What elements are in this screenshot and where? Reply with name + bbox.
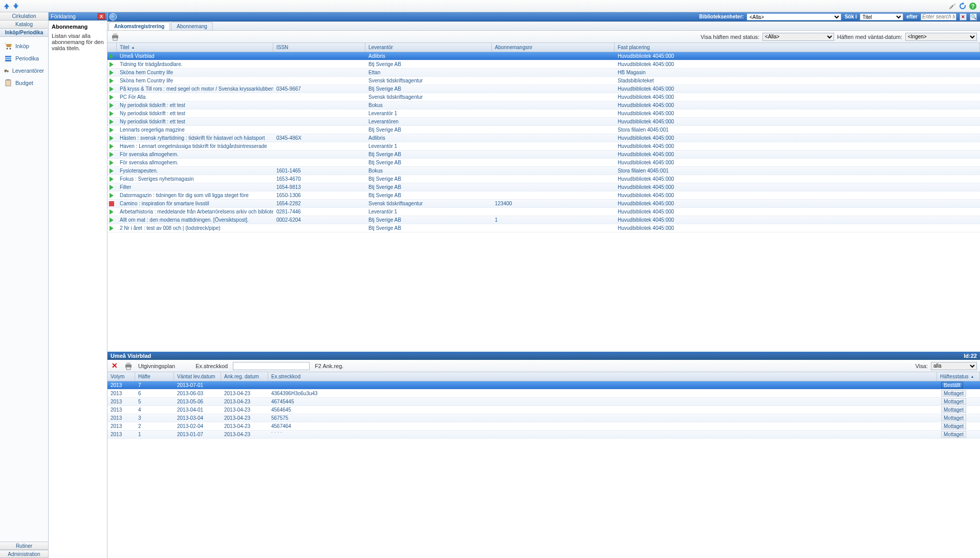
nav-item-label: Inköp — [15, 43, 29, 49]
tab-ankomstregistrering[interactable]: Ankomstregistrering — [108, 22, 170, 30]
nav-section-rutiner[interactable]: Rutiner — [0, 542, 48, 550]
cell-ank: 2013-04-23 — [221, 414, 268, 422]
biblioteksenheter-label: Biblioteksenheter: — [699, 14, 744, 19]
table-row[interactable]: Lennarts oregerliga magzineBtj Sverige A… — [107, 126, 980, 134]
table-row[interactable]: Datormagazin : tidningen för dig som vil… — [107, 191, 980, 200]
utgivningsplan-button[interactable]: Utgivningsplan — [138, 363, 175, 369]
cell-titel: Ny periodisk tidskrift : ett test — [117, 101, 273, 109]
col-hafte[interactable]: Häfte — [135, 372, 174, 381]
cell-issn — [273, 60, 365, 68]
table-row[interactable]: Allt om mat : den moderna mattidningen. … — [107, 216, 980, 224]
cell-ank — [221, 381, 268, 389]
col-titel[interactable]: Titel — [117, 43, 273, 52]
search-button[interactable]: 🔍 — [970, 13, 977, 20]
cell-leverantor: Ettan — [365, 69, 492, 76]
status-icon — [110, 177, 114, 182]
print-icon[interactable] — [111, 32, 120, 41]
col-icon[interactable] — [107, 43, 117, 52]
search-input[interactable] — [921, 13, 956, 20]
tab-abonnemang[interactable]: Abonnemang — [171, 22, 213, 30]
table-row[interactable]: Haven : Lennart oregelmässiga tidskrift … — [107, 142, 980, 151]
table-row[interactable]: 201352013-05-062013-04-2346745445Mottage… — [107, 398, 980, 406]
biblioteksenheter-select[interactable]: <Alla> — [747, 13, 841, 20]
table-row[interactable]: Fokus : Sveriges nyhetsmagasin1653-4670B… — [107, 175, 980, 183]
table-row[interactable]: På kryss & Till rors : med segel och mot… — [107, 85, 980, 93]
col-leverantor[interactable]: Leverantör — [365, 43, 492, 52]
info-icon[interactable] — [110, 13, 117, 20]
sok-i-label: Sök i — [844, 14, 857, 19]
table-row[interactable]: 201372013-07-01Beställt — [107, 381, 980, 390]
cell-issn — [273, 101, 365, 109]
nav-section-administration[interactable]: Administration — [0, 550, 48, 558]
table-row[interactable]: Tidning för trädgårdsodlare.Btj Sverige … — [107, 60, 980, 69]
status-icon — [110, 152, 114, 157]
delete-button[interactable]: ✕ — [111, 362, 119, 370]
close-icon[interactable]: X — [98, 13, 105, 19]
book-stack-icon — [4, 54, 12, 62]
nav-item-inkop[interactable]: Inköp — [2, 40, 46, 52]
col-fast-placering[interactable]: Fast placering — [615, 43, 980, 52]
clear-search-button[interactable]: ✕ — [960, 13, 967, 20]
settings-icon[interactable] — [948, 2, 956, 10]
nav-item-budget[interactable]: Budget — [2, 77, 46, 89]
table-row[interactable]: Umeå VisirbladAdlibrisHuvudbibliotek 404… — [107, 52, 980, 60]
table-row[interactable]: Filter1654-9813Btj Sverige ABHuvudbiblio… — [107, 183, 980, 191]
cell-titel: Fysioterapeuten. — [117, 167, 273, 175]
nav-section-cirkulation[interactable]: Cirkulation — [0, 12, 48, 20]
nav-section-katalog[interactable]: Katalog — [0, 20, 48, 29]
col-volym[interactable]: Volym — [107, 372, 135, 381]
cell-abonnemangsnr — [492, 77, 615, 84]
table-row[interactable]: Sköna hem Country lifeEttanHB Magasin — [107, 69, 980, 77]
table-row[interactable]: Camino : inspiration för smartare livsst… — [107, 200, 980, 208]
col-ank[interactable]: Ank.reg. datum — [221, 372, 268, 381]
table-row[interactable]: Fysioterapeuten.1601-1465BokusStora fili… — [107, 167, 980, 175]
cell-ank: 2013-04-23 — [221, 422, 268, 430]
visa-select[interactable]: alla — [931, 362, 977, 370]
cell-titel: 2 Nr i året : test av 008 och | (lodstre… — [117, 224, 273, 232]
table-row[interactable]: 201332013-03-042013-04-23567575Mottaget — [107, 414, 980, 422]
refresh-icon[interactable] — [959, 2, 967, 10]
table-row[interactable]: 201322013-02-042013-04-234567464Mottaget — [107, 422, 980, 431]
sub-toolbar: Visa häften med status: <Alla> Häften me… — [107, 31, 980, 43]
cell-titel: Filter — [117, 183, 273, 191]
table-row[interactable]: Ny periodisk tidskrift : ett testLeveran… — [107, 110, 980, 118]
table-row[interactable]: Sköna hem Country lifeSvensk tidskriftsa… — [107, 77, 980, 85]
cell-abonnemangsnr — [492, 134, 615, 142]
nav-item-periodika[interactable]: Periodika — [2, 52, 46, 65]
col-status[interactable]: Häftesstatus — [937, 372, 980, 381]
col-issn[interactable]: ISSN — [273, 43, 365, 52]
cell-issn — [273, 126, 365, 134]
nav-up-icon[interactable] — [3, 3, 10, 10]
cell-fast: Huvudbibliotek 4045:000 — [615, 93, 980, 101]
table-row[interactable]: Hästen : svensk ryttartidning : tidskrif… — [107, 134, 980, 142]
cell-abonnemangsnr — [492, 167, 615, 175]
table-row[interactable]: För svenska allmogehem.Btj Sverige ABHuv… — [107, 151, 980, 159]
table-row[interactable]: 2 Nr i året : test av 008 och | (lodstre… — [107, 224, 980, 232]
vantat-datum-select[interactable]: <Ingen> — [905, 33, 977, 41]
table-row[interactable]: 201312013-01-072013-04-23˙ ˙ ˙ ˙Mottaget — [107, 431, 980, 439]
help-icon[interactable]: ? — [969, 2, 977, 10]
nav-down-icon[interactable] — [12, 3, 19, 10]
table-row[interactable]: Ny periodisk tidskrift : ett testLeveran… — [107, 118, 980, 126]
table-row[interactable]: 201342013-04-012013-04-234564645Mottaget — [107, 406, 980, 414]
cell-ank: 2013-04-23 — [221, 390, 268, 397]
table-row[interactable]: För svenska allmogehem.Btj Sverige ABHuv… — [107, 159, 980, 167]
table-row[interactable]: Ny periodisk tidskrift : ett testBokusHu… — [107, 101, 980, 110]
print-icon[interactable] — [124, 361, 133, 371]
sok-i-select[interactable]: Titel — [860, 13, 903, 20]
table-row[interactable]: Arbetarhistoria : meddelande från Arbeta… — [107, 208, 980, 216]
streckkod-input[interactable] — [233, 362, 310, 370]
col-streckkod[interactable]: Ex.streckkod — [268, 372, 937, 381]
visa-status-select[interactable]: <Alla> — [763, 33, 834, 41]
col-vantat[interactable]: Väntat lev.datum — [174, 372, 221, 381]
nav-item-leverantorer[interactable]: Leverantörer — [2, 65, 46, 77]
cell-vantat: 2013-04-01 — [174, 406, 221, 414]
cell-leverantor: Adlibris — [365, 52, 492, 60]
nav-section-inkop[interactable]: Inköp/Periodika — [0, 29, 48, 37]
col-abonnemangsnr[interactable]: Abonnemangsnr — [492, 43, 615, 52]
cell-titel: Arbetarhistoria : meddelande från Arbeta… — [117, 208, 273, 216]
cell-leverantor: Leverantör 1 — [365, 208, 492, 216]
table-row[interactable]: 201362013-06-032013-04-234364396H3o6u3u4… — [107, 390, 980, 398]
subscriptions-grid: Titel ISSN Leverantör Abonnemangsnr Fast… — [107, 43, 980, 232]
table-row[interactable]: PC För AllaSvensk tidskriftsagenturHuvud… — [107, 93, 980, 101]
